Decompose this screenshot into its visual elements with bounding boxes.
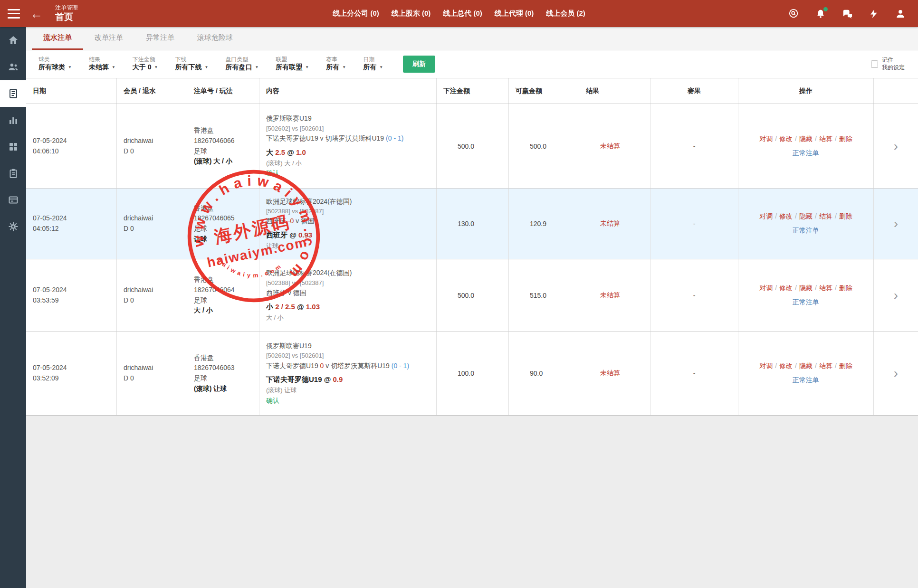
filter-league[interactable]: 联盟 所有联盟▼	[276, 56, 309, 72]
chevron-right-icon[interactable]: ›	[894, 140, 898, 153]
modify-link[interactable]: 修改	[779, 284, 793, 292]
normal-bet-link[interactable]: 正常注单	[793, 149, 819, 158]
tab-abnormal-bets[interactable]: 异常注单	[134, 27, 186, 50]
search-icon[interactable]	[789, 9, 799, 19]
swap-link[interactable]: 对调	[759, 284, 773, 292]
hide-link[interactable]: 隐藏	[799, 362, 813, 370]
chevron-right-icon[interactable]: ›	[894, 289, 898, 302]
member-name: drichaiwai	[124, 136, 180, 146]
col-win: 可赢金额	[509, 78, 579, 104]
market: 香港盘	[194, 203, 252, 214]
bet-date: 07-05-2024	[33, 285, 110, 295]
swap-link[interactable]: 对调	[759, 135, 773, 142]
empty-area	[26, 416, 918, 588]
sidebar-item-report[interactable]	[0, 160, 26, 187]
modify-link[interactable]: 修改	[779, 135, 793, 142]
swap-link[interactable]: 对调	[759, 362, 773, 370]
sidebar-item-home[interactable]	[0, 27, 26, 54]
tab-modified-bets[interactable]: 改单注单	[83, 27, 134, 50]
confirm-link[interactable]: 确认	[266, 168, 430, 179]
title-block: 注单管理 首页	[55, 5, 78, 23]
col-expand	[874, 78, 918, 104]
chevron-down-icon: ▼	[68, 65, 72, 69]
sidebar-item-cards[interactable]	[0, 187, 26, 213]
settle-link[interactable]: 结算	[819, 284, 832, 292]
status-badge: 未结算	[586, 219, 643, 228]
flash-icon[interactable]	[869, 9, 879, 19]
modify-link[interactable]: 修改	[779, 212, 793, 220]
swap-link[interactable]: 对调	[759, 212, 773, 220]
chevron-down-icon: ▼	[255, 65, 258, 69]
orders-icon	[8, 88, 19, 99]
settle-link[interactable]: 结算	[819, 362, 832, 370]
normal-bet-link[interactable]: 正常注单	[793, 298, 819, 307]
filter-sport[interactable]: 球类 所有球类▼	[38, 56, 72, 72]
modify-link[interactable]: 修改	[779, 362, 793, 370]
tab-turnover-bets[interactable]: 流水注单	[32, 27, 83, 50]
bet-time: 03:52:09	[33, 373, 110, 384]
filter-result[interactable]: 结果 未结算▼	[89, 56, 115, 72]
chevron-right-icon[interactable]: ›	[894, 217, 898, 230]
col-member: 会员 / 退水	[117, 78, 187, 104]
delete-link[interactable]: 删除	[839, 135, 852, 142]
refresh-button[interactable]: 刷新	[403, 56, 435, 73]
win-amount: 515.0	[516, 292, 572, 299]
back-arrow-icon[interactable]: ←	[30, 8, 43, 20]
status-badge: 未结算	[586, 291, 643, 300]
nav-online-shareholder[interactable]: 线上股东 (0)	[392, 9, 431, 18]
remember-settings-checkbox[interactable]	[871, 61, 878, 68]
nav-online-agent[interactable]: 线上代理 (0)	[495, 9, 534, 18]
delete-link[interactable]: 删除	[839, 212, 852, 220]
normal-bet-link[interactable]: 正常注单	[793, 227, 819, 235]
nav-online-member[interactable]: 线上会员 (2)	[546, 9, 585, 18]
menu-icon[interactable]	[8, 9, 20, 19]
hide-link[interactable]: 隐藏	[799, 284, 813, 292]
nav-online-master-agent[interactable]: 线上总代 (0)	[443, 9, 482, 18]
remember-settings: 记住 我的设定	[871, 57, 905, 71]
filter-downline[interactable]: 下线 所有下线▼	[175, 56, 208, 72]
delete-link[interactable]: 删除	[839, 284, 852, 292]
account-icon[interactable]	[895, 9, 906, 19]
hide-link[interactable]: 隐藏	[799, 135, 813, 142]
market: 香港盘	[194, 275, 252, 285]
stake-amount: 130.0	[443, 220, 502, 228]
top-bar: ← 注单管理 首页 线上分公司 (0) 线上股东 (0) 线上总代 (0) 线上…	[0, 0, 918, 27]
tab-live-danger-ball[interactable]: 滚球危险球	[186, 27, 244, 50]
hide-link[interactable]: 隐藏	[799, 212, 813, 220]
match-teams: 下诺夫哥罗德U19 0 v 切塔罗沃莫斯科U19 (0 - 1)	[266, 361, 430, 371]
filter-market-type[interactable]: 盘口类型 所有盘口▼	[225, 56, 258, 72]
sidebar-item-apps[interactable]	[0, 133, 26, 160]
sidebar-item-orders[interactable]	[0, 80, 26, 107]
bet-time: 04:05:12	[33, 224, 110, 234]
ticket-number: 18267046066	[194, 136, 252, 146]
nav-online-branch[interactable]: 线上分公司 (0)	[333, 9, 379, 18]
member-name: drichaiwai	[124, 363, 180, 373]
stake-amount: 500.0	[443, 142, 502, 150]
stake-amount: 100.0	[443, 370, 502, 377]
notification-dot	[823, 7, 828, 11]
messages-icon[interactable]	[842, 9, 852, 19]
league-name: 欧洲足球锦标赛2024(在德国)	[266, 197, 430, 207]
chevron-right-icon[interactable]: ›	[894, 367, 898, 380]
topbar-icons	[789, 0, 906, 27]
delete-link[interactable]: 删除	[839, 362, 852, 370]
sidebar-item-users[interactable]	[0, 54, 26, 80]
stake-amount: 500.0	[443, 292, 502, 299]
confirm-link[interactable]: 确认	[266, 396, 430, 406]
sidebar-item-settings[interactable]	[0, 213, 26, 240]
member-rebate: D 0	[124, 373, 180, 384]
table-row: 07-05-2024 03:52:09 drichaiwai D 0 香港盘 1…	[26, 332, 918, 416]
normal-bet-link[interactable]: 正常注单	[793, 376, 819, 385]
settle-link[interactable]: 结算	[819, 135, 832, 142]
notifications-icon[interactable]	[815, 9, 826, 19]
filter-match[interactable]: 赛事 所有▼	[326, 56, 346, 72]
cards-icon	[8, 194, 19, 206]
filter-stake-amount[interactable]: 下注金额 大于 0▼	[133, 56, 158, 72]
filter-date[interactable]: 日期 所有▼	[363, 56, 383, 72]
settle-link[interactable]: 结算	[819, 212, 832, 220]
sidebar	[0, 27, 26, 588]
live-score: (0 - 1)	[390, 362, 409, 370]
member-rebate: D 0	[124, 224, 180, 234]
sidebar-item-stats[interactable]	[0, 107, 26, 133]
play-type: 大 / 小	[194, 305, 252, 316]
